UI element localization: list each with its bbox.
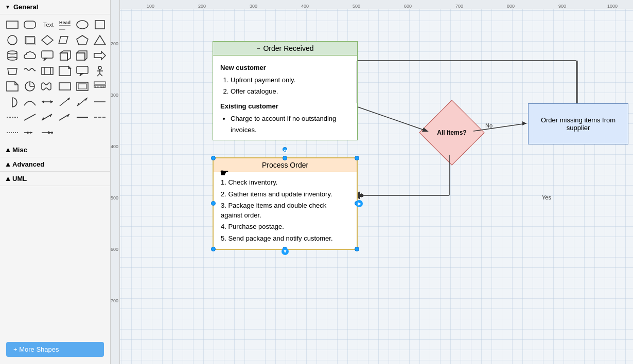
shape-rounded-rect[interactable] — [22, 17, 38, 32]
shape-line[interactable] — [92, 95, 108, 109]
svg-rect-32 — [77, 66, 88, 74]
shape-arrow-up-right[interactable] — [74, 95, 91, 109]
shape-shadow-rect[interactable] — [22, 33, 38, 47]
shape-arrow-single[interactable] — [57, 110, 73, 124]
existing-customer-title: Existing customer — [220, 101, 350, 112]
shape-curved[interactable] — [22, 95, 38, 109]
shape-callout[interactable] — [39, 48, 56, 63]
uml-label: UML — [12, 175, 27, 183]
svg-text:No: No — [485, 122, 493, 129]
general-label: General — [13, 3, 38, 11]
section-advanced[interactable]: ▶ Advanced — [0, 157, 110, 172]
shape-person[interactable] — [92, 64, 108, 78]
shape-half-circle[interactable] — [4, 95, 21, 109]
new-customer-title: New customer — [220, 63, 350, 74]
shape-listitem[interactable]: List Item — [92, 79, 108, 94]
shape-trapezoid[interactable] — [4, 64, 21, 78]
left-panel: ▼ General Text Head___ — [0, 0, 111, 364]
svg-rect-21 — [60, 53, 67, 60]
diamond-wrapper[interactable]: All items? — [429, 110, 475, 156]
shape-3d-rect[interactable] — [74, 48, 91, 63]
handle-tr[interactable] — [355, 156, 359, 160]
edge-arrow-right[interactable]: ▶ — [356, 200, 363, 207]
shape-cloud[interactable] — [22, 48, 38, 63]
shape-arrow-line[interactable] — [39, 110, 56, 124]
shape-triangle[interactable] — [92, 33, 108, 47]
handle-ml[interactable] — [211, 201, 216, 206]
section-misc[interactable]: ▶ Misc — [0, 143, 110, 157]
misc-label: Misc — [12, 146, 27, 154]
more-shapes-label: + More Shapes — [13, 345, 59, 353]
handle-br[interactable] — [355, 247, 359, 251]
svg-marker-14 — [94, 35, 106, 45]
svg-marker-33 — [80, 74, 83, 76]
new-customer-item-1: Upfront payment only. — [231, 75, 350, 86]
handle-tm[interactable] — [283, 156, 287, 160]
ruler-top: 100 200 300 400 500 600 700 800 900 1000 — [111, 0, 633, 9]
shape-cylinder[interactable] — [4, 48, 21, 63]
shape-arrow-right[interactable] — [92, 48, 108, 63]
handle-bl[interactable] — [211, 247, 216, 251]
shape-conn4[interactable] — [22, 125, 38, 140]
shape-inner-rect[interactable] — [74, 79, 91, 94]
edge-arrow-bottom[interactable]: ▼ — [282, 248, 289, 255]
canvas-area[interactable]: 100 200 300 400 500 600 700 800 900 1000… — [111, 0, 633, 364]
handle-tl[interactable] — [211, 156, 216, 160]
svg-rect-19 — [42, 51, 53, 58]
shape-dashed[interactable] — [4, 110, 21, 124]
collapse-icon[interactable]: − — [256, 45, 260, 52]
process-order-header: Process Order — [214, 158, 357, 172]
step-1: 1. Check inventory. — [221, 176, 349, 188]
svg-marker-24 — [77, 51, 87, 60]
shape-cube[interactable] — [57, 48, 73, 63]
process-order-box[interactable]: ▶ ▼ Process Order 1. Check inventory. 2.… — [213, 157, 358, 250]
shape-note[interactable] — [57, 64, 73, 78]
shape-angled-line[interactable] — [22, 110, 38, 124]
shape-wave[interactable] — [22, 64, 38, 78]
shape-doc[interactable] — [4, 79, 21, 94]
shape-circle[interactable] — [4, 33, 21, 47]
svg-rect-7 — [95, 21, 104, 29]
section-uml[interactable]: ▶ UML — [0, 172, 110, 186]
svg-marker-70 — [30, 132, 32, 134]
section-general[interactable]: ▼ General — [0, 0, 110, 14]
shape-arrow-diag[interactable] — [57, 95, 73, 109]
rotate-handle[interactable] — [283, 147, 287, 152]
svg-marker-49 — [42, 100, 44, 103]
shape-conn5[interactable] — [39, 125, 56, 140]
step-2: 2. Gather items and update inventory. — [221, 188, 349, 200]
shape-conn1[interactable] — [74, 110, 91, 124]
shape-process[interactable] — [39, 64, 56, 78]
diagram-canvas: No Yes − Order Received New — [120, 9, 633, 364]
general-arrow: ▼ — [5, 4, 10, 10]
diamond-shape — [419, 100, 484, 165]
shape-conn3[interactable] — [4, 125, 21, 140]
svg-text:List Item: List Item — [95, 85, 105, 88]
shape-rectangle[interactable] — [4, 17, 21, 32]
step-5: 5. Send package and notify customer. — [221, 232, 349, 244]
shape-rect2[interactable] — [57, 79, 73, 94]
svg-marker-13 — [77, 35, 88, 45]
svg-marker-25 — [94, 51, 106, 60]
shape-heading[interactable]: Head___ — [57, 17, 73, 32]
order-received-title: Order Received — [263, 44, 313, 52]
shape-diamond[interactable] — [39, 33, 56, 47]
order-received-box[interactable]: − Order Received New customer Upfront pa… — [213, 41, 358, 140]
svg-rect-1 — [24, 21, 36, 28]
top-connector-rect — [357, 61, 578, 103]
order-received-body: New customer Upfront payment only. Offer… — [213, 56, 357, 140]
shape-pentagon[interactable] — [74, 33, 91, 47]
supplier-box[interactable]: Order missing items from supplier — [528, 103, 628, 144]
shape-tape[interactable] — [39, 79, 56, 94]
svg-marker-76 — [522, 121, 526, 125]
shape-text[interactable]: Text — [39, 17, 56, 32]
shape-conn2[interactable] — [92, 110, 108, 124]
shape-parallelogram[interactable] — [57, 33, 73, 47]
svg-marker-55 — [77, 103, 80, 106]
more-shapes-button[interactable]: + More Shapes — [6, 342, 104, 357]
shape-arrow-both[interactable] — [39, 95, 56, 109]
shape-square[interactable] — [92, 17, 108, 32]
shape-pie[interactable] — [22, 79, 38, 94]
shape-ellipse[interactable] — [74, 17, 91, 32]
shape-callout2[interactable] — [74, 64, 91, 78]
